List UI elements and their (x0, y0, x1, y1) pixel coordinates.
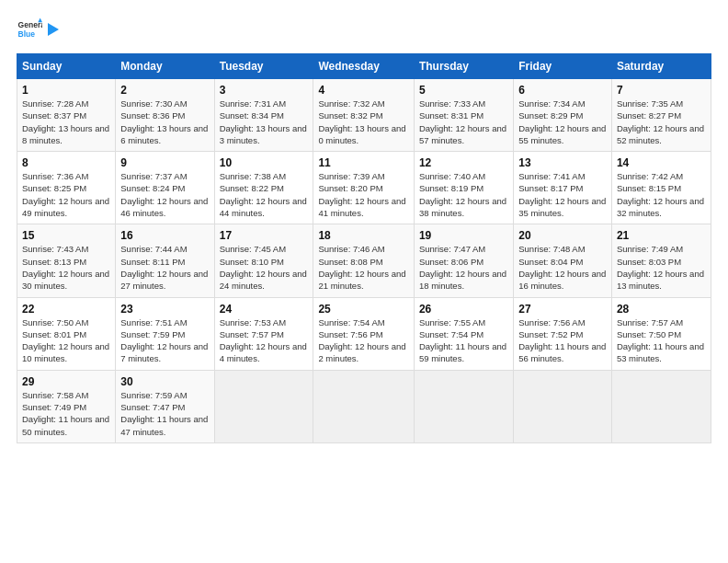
day-number: 27 (518, 303, 607, 316)
calendar-cell: 10Sunrise: 7:38 AMSunset: 8:22 PMDayligh… (214, 152, 313, 224)
day-info: Sunrise: 7:53 AMSunset: 7:57 PMDaylight:… (220, 316, 309, 365)
day-info: Sunrise: 7:33 AMSunset: 8:31 PMDaylight:… (419, 98, 508, 146)
calendar-cell: 25Sunrise: 7:54 AMSunset: 7:56 PMDayligh… (313, 297, 415, 370)
day-header-monday: Monday (116, 54, 214, 79)
calendar-cell: 7Sunrise: 7:35 AMSunset: 8:27 PMDaylight… (611, 79, 711, 152)
days-header-row: SundayMondayTuesdayWednesdayThursdayFrid… (17, 54, 711, 79)
day-number: 14 (617, 156, 706, 169)
svg-marker-3 (48, 23, 59, 36)
day-info: Sunrise: 7:39 AMSunset: 8:20 PMDaylight:… (318, 170, 409, 219)
day-info: Sunrise: 7:37 AMSunset: 8:24 PMDaylight:… (120, 170, 209, 219)
day-header-thursday: Thursday (414, 54, 513, 79)
day-number: 12 (419, 156, 508, 169)
day-number: 6 (518, 84, 607, 97)
calendar-week-5: 29Sunrise: 7:58 AMSunset: 7:49 PMDayligh… (17, 370, 711, 442)
day-info: Sunrise: 7:41 AMSunset: 8:17 PMDaylight:… (518, 170, 607, 219)
svg-text:Blue: Blue (18, 29, 36, 39)
calendar-cell (514, 370, 612, 442)
calendar-week-2: 8Sunrise: 7:36 AMSunset: 8:25 PMDaylight… (17, 152, 711, 224)
logo: General Blue (17, 17, 59, 42)
calendar-cell (214, 370, 313, 442)
calendar-week-1: 1Sunrise: 7:28 AMSunset: 8:37 PMDaylight… (17, 79, 711, 152)
calendar-week-4: 22Sunrise: 7:50 AMSunset: 8:01 PMDayligh… (17, 297, 711, 370)
day-number: 18 (318, 229, 409, 242)
day-info: Sunrise: 7:43 AMSunset: 8:13 PMDaylight:… (22, 243, 110, 292)
day-number: 10 (220, 156, 309, 169)
day-info: Sunrise: 7:38 AMSunset: 8:22 PMDaylight:… (220, 170, 309, 219)
day-info: Sunrise: 7:30 AMSunset: 8:36 PMDaylight:… (120, 98, 209, 146)
calendar-cell: 16Sunrise: 7:44 AMSunset: 8:11 PMDayligh… (116, 224, 214, 297)
logo-icon: General Blue (17, 17, 42, 42)
day-number: 8 (22, 156, 110, 169)
calendar-cell: 13Sunrise: 7:41 AMSunset: 8:17 PMDayligh… (514, 152, 612, 224)
calendar-cell: 21Sunrise: 7:49 AMSunset: 8:03 PMDayligh… (611, 224, 711, 297)
day-info: Sunrise: 7:55 AMSunset: 7:54 PMDaylight:… (419, 316, 508, 365)
day-number: 16 (120, 229, 209, 242)
day-info: Sunrise: 7:34 AMSunset: 8:29 PMDaylight:… (518, 98, 607, 146)
day-info: Sunrise: 7:35 AMSunset: 8:27 PMDaylight:… (617, 98, 706, 146)
day-number: 29 (22, 375, 110, 388)
logo-arrow-icon (46, 19, 59, 40)
calendar-cell: 19Sunrise: 7:47 AMSunset: 8:06 PMDayligh… (414, 224, 513, 297)
calendar-cell: 3Sunrise: 7:31 AMSunset: 8:34 PMDaylight… (214, 79, 313, 152)
calendar-cell: 18Sunrise: 7:46 AMSunset: 8:08 PMDayligh… (313, 224, 415, 297)
calendar-cell: 8Sunrise: 7:36 AMSunset: 8:25 PMDaylight… (17, 152, 116, 224)
day-number: 26 (419, 303, 508, 316)
day-number: 24 (220, 303, 309, 316)
day-info: Sunrise: 7:28 AMSunset: 8:37 PMDaylight:… (22, 98, 110, 146)
calendar-cell (313, 370, 415, 442)
day-number: 22 (22, 303, 110, 316)
calendar-cell: 6Sunrise: 7:34 AMSunset: 8:29 PMDaylight… (514, 79, 612, 152)
calendar-cell: 24Sunrise: 7:53 AMSunset: 7:57 PMDayligh… (214, 297, 313, 370)
day-number: 1 (22, 84, 110, 97)
day-header-saturday: Saturday (611, 54, 711, 79)
calendar-cell: 4Sunrise: 7:32 AMSunset: 8:32 PMDaylight… (313, 79, 415, 152)
day-number: 3 (220, 84, 309, 97)
day-number: 25 (318, 303, 409, 316)
page: General Blue Su (0, 0, 728, 563)
logo-wordmark (46, 19, 59, 40)
day-header-tuesday: Tuesday (214, 54, 313, 79)
day-info: Sunrise: 7:31 AMSunset: 8:34 PMDaylight:… (220, 98, 309, 146)
day-info: Sunrise: 7:40 AMSunset: 8:19 PMDaylight:… (419, 170, 508, 219)
calendar-cell (414, 370, 513, 442)
calendar-cell: 11Sunrise: 7:39 AMSunset: 8:20 PMDayligh… (313, 152, 415, 224)
calendar-cell: 29Sunrise: 7:58 AMSunset: 7:49 PMDayligh… (17, 370, 116, 442)
day-info: Sunrise: 7:56 AMSunset: 7:52 PMDaylight:… (518, 316, 607, 365)
day-info: Sunrise: 7:49 AMSunset: 8:03 PMDaylight:… (617, 243, 706, 292)
day-number: 9 (120, 156, 209, 169)
day-info: Sunrise: 7:47 AMSunset: 8:06 PMDaylight:… (419, 243, 508, 292)
day-number: 4 (318, 84, 409, 97)
day-number: 7 (617, 84, 706, 97)
calendar-cell (611, 370, 711, 442)
day-number: 15 (22, 229, 110, 242)
day-info: Sunrise: 7:50 AMSunset: 8:01 PMDaylight:… (22, 316, 110, 365)
calendar-cell: 2Sunrise: 7:30 AMSunset: 8:36 PMDaylight… (116, 79, 214, 152)
day-number: 13 (518, 156, 607, 169)
day-info: Sunrise: 7:46 AMSunset: 8:08 PMDaylight:… (318, 243, 409, 292)
day-number: 30 (120, 375, 209, 388)
day-number: 21 (617, 229, 706, 242)
calendar-cell: 9Sunrise: 7:37 AMSunset: 8:24 PMDaylight… (116, 152, 214, 224)
calendar-cell: 22Sunrise: 7:50 AMSunset: 8:01 PMDayligh… (17, 297, 116, 370)
day-number: 19 (419, 229, 508, 242)
day-header-sunday: Sunday (17, 54, 116, 79)
day-number: 5 (419, 84, 508, 97)
calendar-cell: 14Sunrise: 7:42 AMSunset: 8:15 PMDayligh… (611, 152, 711, 224)
day-info: Sunrise: 7:36 AMSunset: 8:25 PMDaylight:… (22, 170, 110, 219)
calendar-week-3: 15Sunrise: 7:43 AMSunset: 8:13 PMDayligh… (17, 224, 711, 297)
calendar-cell: 12Sunrise: 7:40 AMSunset: 8:19 PMDayligh… (414, 152, 513, 224)
header: General Blue (17, 17, 711, 42)
calendar-cell: 28Sunrise: 7:57 AMSunset: 7:50 PMDayligh… (611, 297, 711, 370)
calendar-cell: 26Sunrise: 7:55 AMSunset: 7:54 PMDayligh… (414, 297, 513, 370)
calendar-cell: 20Sunrise: 7:48 AMSunset: 8:04 PMDayligh… (514, 224, 612, 297)
day-info: Sunrise: 7:44 AMSunset: 8:11 PMDaylight:… (120, 243, 209, 292)
day-info: Sunrise: 7:48 AMSunset: 8:04 PMDaylight:… (518, 243, 607, 292)
day-number: 11 (318, 156, 409, 169)
calendar-cell: 1Sunrise: 7:28 AMSunset: 8:37 PMDaylight… (17, 79, 116, 152)
day-number: 20 (518, 229, 607, 242)
calendar-cell: 27Sunrise: 7:56 AMSunset: 7:52 PMDayligh… (514, 297, 612, 370)
day-number: 17 (220, 229, 309, 242)
day-info: Sunrise: 7:54 AMSunset: 7:56 PMDaylight:… (318, 316, 409, 365)
day-info: Sunrise: 7:45 AMSunset: 8:10 PMDaylight:… (220, 243, 309, 292)
